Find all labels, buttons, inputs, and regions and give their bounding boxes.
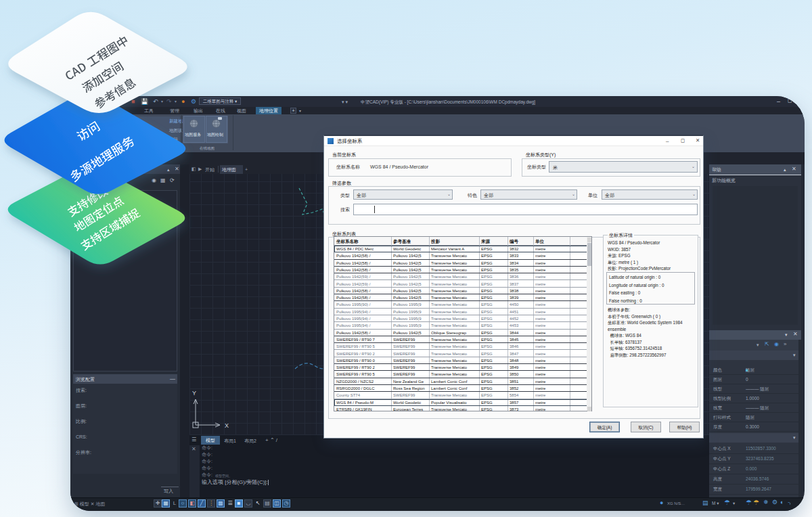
svg-text:X: X: [225, 422, 229, 429]
svg-text:Y: Y: [192, 390, 196, 397]
